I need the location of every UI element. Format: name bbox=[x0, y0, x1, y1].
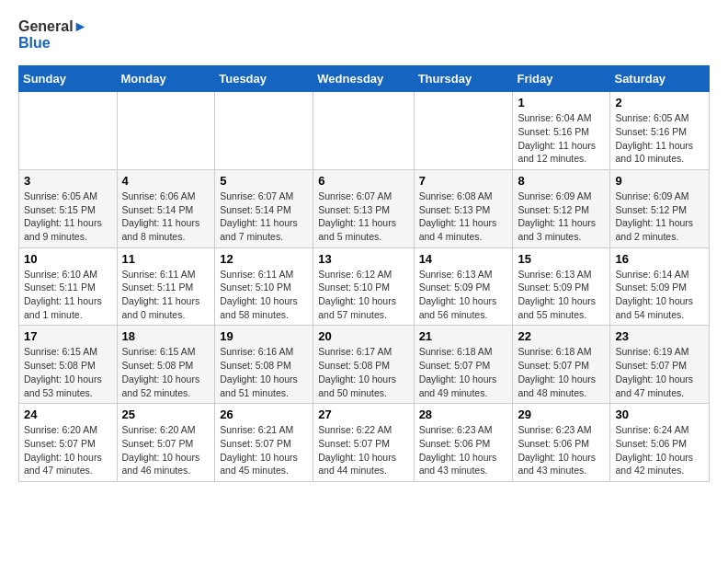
day-number: 2 bbox=[615, 96, 704, 109]
calendar-header-sunday: Sunday bbox=[19, 66, 118, 92]
calendar-header-friday: Friday bbox=[513, 66, 610, 92]
page-header: General► Blue bbox=[18, 18, 710, 51]
calendar-week-row: 17Sunrise: 6:15 AM Sunset: 5:08 PM Dayli… bbox=[19, 326, 710, 404]
calendar-cell: 7Sunrise: 6:08 AM Sunset: 5:13 PM Daylig… bbox=[414, 169, 513, 247]
day-number: 18 bbox=[122, 329, 210, 343]
day-info: Sunrise: 6:08 AM Sunset: 5:13 PM Dayligh… bbox=[419, 190, 508, 244]
calendar-cell: 20Sunrise: 6:17 AM Sunset: 5:08 PM Dayli… bbox=[313, 326, 414, 404]
logo: General► Blue bbox=[18, 18, 87, 51]
calendar-week-row: 24Sunrise: 6:20 AM Sunset: 5:07 PM Dayli… bbox=[19, 404, 710, 482]
calendar-cell: 19Sunrise: 6:16 AM Sunset: 5:08 PM Dayli… bbox=[215, 326, 313, 404]
day-info: Sunrise: 6:09 AM Sunset: 5:12 PM Dayligh… bbox=[518, 190, 605, 244]
day-number: 25 bbox=[122, 408, 210, 421]
calendar-cell: 8Sunrise: 6:09 AM Sunset: 5:12 PM Daylig… bbox=[513, 169, 610, 247]
calendar-cell: 14Sunrise: 6:13 AM Sunset: 5:09 PM Dayli… bbox=[414, 247, 513, 326]
day-number: 9 bbox=[615, 174, 704, 188]
day-info: Sunrise: 6:15 AM Sunset: 5:08 PM Dayligh… bbox=[24, 345, 112, 399]
day-info: Sunrise: 6:04 AM Sunset: 5:16 PM Dayligh… bbox=[518, 111, 605, 166]
calendar-cell: 22Sunrise: 6:18 AM Sunset: 5:07 PM Dayli… bbox=[513, 326, 610, 404]
calendar-cell: 24Sunrise: 6:20 AM Sunset: 5:07 PM Dayli… bbox=[19, 404, 118, 482]
calendar-cell: 16Sunrise: 6:14 AM Sunset: 5:09 PM Dayli… bbox=[610, 247, 710, 326]
day-number: 21 bbox=[419, 329, 508, 343]
calendar-header-monday: Monday bbox=[117, 66, 215, 92]
day-info: Sunrise: 6:24 AM Sunset: 5:06 PM Dayligh… bbox=[615, 423, 704, 477]
calendar-cell: 4Sunrise: 6:06 AM Sunset: 5:14 PM Daylig… bbox=[117, 169, 215, 247]
day-info: Sunrise: 6:18 AM Sunset: 5:07 PM Dayligh… bbox=[518, 345, 605, 399]
logo-general: General► bbox=[18, 18, 87, 35]
day-number: 20 bbox=[318, 329, 408, 343]
calendar-cell bbox=[19, 92, 118, 170]
day-info: Sunrise: 6:10 AM Sunset: 5:11 PM Dayligh… bbox=[24, 268, 112, 322]
day-info: Sunrise: 6:14 AM Sunset: 5:09 PM Dayligh… bbox=[615, 268, 704, 322]
day-number: 6 bbox=[318, 174, 408, 188]
day-info: Sunrise: 6:21 AM Sunset: 5:07 PM Dayligh… bbox=[220, 423, 308, 477]
day-number: 29 bbox=[518, 408, 605, 421]
day-info: Sunrise: 6:05 AM Sunset: 5:16 PM Dayligh… bbox=[615, 111, 704, 166]
calendar-cell: 21Sunrise: 6:18 AM Sunset: 5:07 PM Dayli… bbox=[414, 326, 513, 404]
day-info: Sunrise: 6:07 AM Sunset: 5:14 PM Dayligh… bbox=[220, 190, 308, 244]
day-number: 22 bbox=[518, 329, 605, 343]
logo-blue: Blue bbox=[18, 35, 87, 52]
calendar-week-row: 3Sunrise: 6:05 AM Sunset: 5:15 PM Daylig… bbox=[19, 169, 710, 247]
day-info: Sunrise: 6:09 AM Sunset: 5:12 PM Dayligh… bbox=[615, 190, 704, 244]
day-info: Sunrise: 6:19 AM Sunset: 5:07 PM Dayligh… bbox=[615, 345, 704, 399]
day-number: 12 bbox=[220, 252, 308, 266]
day-info: Sunrise: 6:13 AM Sunset: 5:09 PM Dayligh… bbox=[518, 268, 605, 322]
calendar-header-saturday: Saturday bbox=[610, 66, 710, 92]
calendar-cell: 26Sunrise: 6:21 AM Sunset: 5:07 PM Dayli… bbox=[215, 404, 313, 482]
day-info: Sunrise: 6:16 AM Sunset: 5:08 PM Dayligh… bbox=[220, 345, 308, 399]
calendar-cell: 15Sunrise: 6:13 AM Sunset: 5:09 PM Dayli… bbox=[513, 247, 610, 326]
day-number: 4 bbox=[122, 174, 210, 188]
calendar-cell: 12Sunrise: 6:11 AM Sunset: 5:10 PM Dayli… bbox=[215, 247, 313, 326]
day-number: 16 bbox=[615, 252, 704, 266]
calendar-cell: 29Sunrise: 6:23 AM Sunset: 5:06 PM Dayli… bbox=[513, 404, 610, 482]
calendar-cell: 11Sunrise: 6:11 AM Sunset: 5:11 PM Dayli… bbox=[117, 247, 215, 326]
day-number: 26 bbox=[220, 408, 308, 421]
day-number: 30 bbox=[615, 408, 704, 421]
calendar-cell: 3Sunrise: 6:05 AM Sunset: 5:15 PM Daylig… bbox=[19, 169, 118, 247]
calendar-cell: 5Sunrise: 6:07 AM Sunset: 5:14 PM Daylig… bbox=[215, 169, 313, 247]
day-info: Sunrise: 6:15 AM Sunset: 5:08 PM Dayligh… bbox=[122, 345, 210, 399]
calendar-cell: 13Sunrise: 6:12 AM Sunset: 5:10 PM Dayli… bbox=[313, 247, 414, 326]
logo-container: General► Blue bbox=[18, 18, 87, 51]
calendar-cell: 30Sunrise: 6:24 AM Sunset: 5:06 PM Dayli… bbox=[610, 404, 710, 482]
day-number: 5 bbox=[220, 174, 308, 188]
calendar-table: SundayMondayTuesdayWednesdayThursdayFrid… bbox=[18, 65, 710, 482]
day-number: 1 bbox=[518, 96, 605, 109]
day-info: Sunrise: 6:11 AM Sunset: 5:10 PM Dayligh… bbox=[220, 268, 308, 322]
day-info: Sunrise: 6:13 AM Sunset: 5:09 PM Dayligh… bbox=[419, 268, 508, 322]
calendar-cell bbox=[117, 92, 215, 170]
day-number: 28 bbox=[419, 408, 508, 421]
calendar-cell: 27Sunrise: 6:22 AM Sunset: 5:07 PM Dayli… bbox=[313, 404, 414, 482]
day-info: Sunrise: 6:22 AM Sunset: 5:07 PM Dayligh… bbox=[318, 423, 408, 477]
calendar-cell: 17Sunrise: 6:15 AM Sunset: 5:08 PM Dayli… bbox=[19, 326, 118, 404]
calendar-cell: 23Sunrise: 6:19 AM Sunset: 5:07 PM Dayli… bbox=[610, 326, 710, 404]
calendar-cell: 28Sunrise: 6:23 AM Sunset: 5:06 PM Dayli… bbox=[414, 404, 513, 482]
calendar-cell bbox=[414, 92, 513, 170]
calendar-header-tuesday: Tuesday bbox=[215, 66, 313, 92]
day-number: 8 bbox=[518, 174, 605, 188]
calendar-cell: 10Sunrise: 6:10 AM Sunset: 5:11 PM Dayli… bbox=[19, 247, 118, 326]
day-info: Sunrise: 6:20 AM Sunset: 5:07 PM Dayligh… bbox=[24, 423, 112, 477]
day-info: Sunrise: 6:18 AM Sunset: 5:07 PM Dayligh… bbox=[419, 345, 508, 399]
day-number: 13 bbox=[318, 252, 408, 266]
day-info: Sunrise: 6:12 AM Sunset: 5:10 PM Dayligh… bbox=[318, 268, 408, 322]
calendar-cell: 6Sunrise: 6:07 AM Sunset: 5:13 PM Daylig… bbox=[313, 169, 414, 247]
day-info: Sunrise: 6:07 AM Sunset: 5:13 PM Dayligh… bbox=[318, 190, 408, 244]
day-number: 19 bbox=[220, 329, 308, 343]
day-number: 24 bbox=[24, 408, 112, 421]
day-info: Sunrise: 6:05 AM Sunset: 5:15 PM Dayligh… bbox=[24, 190, 112, 244]
calendar-cell: 9Sunrise: 6:09 AM Sunset: 5:12 PM Daylig… bbox=[610, 169, 710, 247]
calendar-header-wednesday: Wednesday bbox=[313, 66, 414, 92]
day-number: 10 bbox=[24, 252, 112, 266]
day-number: 11 bbox=[122, 252, 210, 266]
calendar-cell: 25Sunrise: 6:20 AM Sunset: 5:07 PM Dayli… bbox=[117, 404, 215, 482]
day-number: 7 bbox=[419, 174, 508, 188]
day-info: Sunrise: 6:23 AM Sunset: 5:06 PM Dayligh… bbox=[518, 423, 605, 477]
day-number: 15 bbox=[518, 252, 605, 266]
day-info: Sunrise: 6:11 AM Sunset: 5:11 PM Dayligh… bbox=[122, 268, 210, 322]
day-number: 23 bbox=[615, 329, 704, 343]
day-info: Sunrise: 6:23 AM Sunset: 5:06 PM Dayligh… bbox=[419, 423, 508, 477]
calendar-week-row: 1Sunrise: 6:04 AM Sunset: 5:16 PM Daylig… bbox=[19, 92, 710, 170]
calendar-cell: 2Sunrise: 6:05 AM Sunset: 5:16 PM Daylig… bbox=[610, 92, 710, 170]
